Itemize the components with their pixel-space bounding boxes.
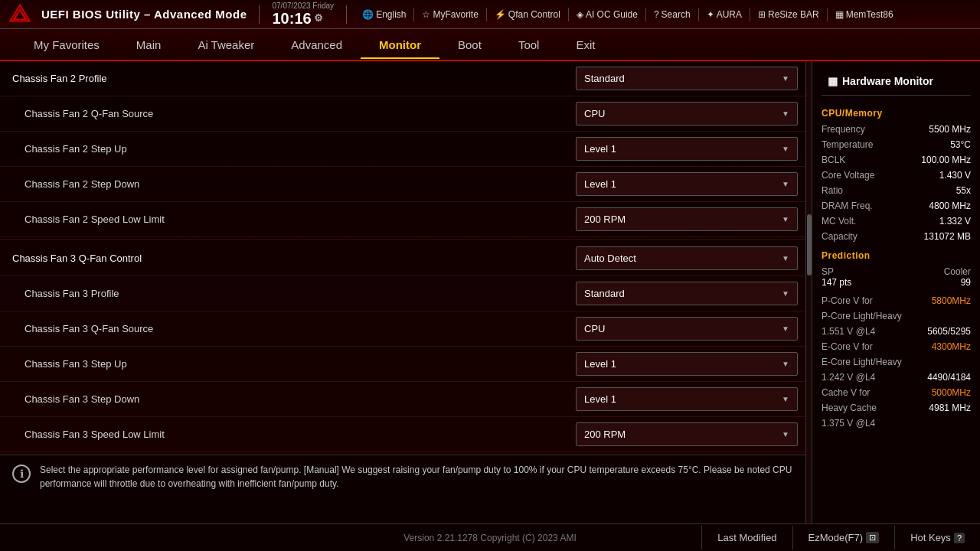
sidebar-row-sp-cooler: SP 147 pts Cooler 99 — [822, 264, 971, 290]
header: UEFI BIOS Utility – Advanced Mode 07/07/… — [0, 0, 980, 29]
ai-icon: ◈ — [577, 9, 583, 20]
label-chassis-fan2-step-up: Chassis Fan 2 Step Up — [0, 135, 568, 162]
row-chassis-fan2-step-up: Chassis Fan 2 Step Up Level 1 ▼ — [0, 132, 805, 167]
label-chassis-fan2-speed-low: Chassis Fan 2 Speed Low Limit — [0, 206, 568, 233]
sidebar-row-ecore-v-for: E-Core V for 4300MHz — [822, 339, 971, 354]
dropdown-chassis-fan2-speed-low[interactable]: 200 RPM ▼ — [576, 207, 798, 231]
label-chassis-fan3-step-up: Chassis Fan 3 Step Up — [0, 350, 568, 377]
tab-main[interactable]: Main — [118, 32, 180, 59]
label-chassis-fan2-step-down: Chassis Fan 2 Step Down — [0, 171, 568, 197]
control-chassis-fan3-qfan-control: Auto Detect ▼ — [568, 242, 805, 275]
tab-exit[interactable]: Exit — [557, 32, 613, 59]
sidebar-row-pcore-light: P-Core Light/Heavy — [822, 308, 971, 324]
ezmode-icon: ⊡ — [866, 532, 879, 543]
aura-icon: ✦ — [707, 9, 714, 20]
nav-resizebar[interactable]: ⊞ ReSize BAR — [755, 8, 822, 21]
sep2 — [486, 8, 487, 21]
label-chassis-fan2-profile: Chassis Fan 2 Profile — [0, 65, 568, 92]
sidebar-row-pcore-v-for: P-Core V for 5800MHz — [822, 293, 971, 308]
sidebar-row-cache-volt: 1.375 V @L4 — [822, 416, 971, 431]
scrollbar-thumb[interactable] — [807, 214, 812, 276]
divider-2 — [346, 5, 347, 24]
chevron-down-icon: ▼ — [782, 74, 789, 83]
footer-version: Version 2.21.1278 Copyright (C) 2023 AMI — [403, 533, 576, 543]
chevron-down-icon: ▼ — [782, 289, 789, 298]
control-chassis-fan2-speed-low: 200 RPM ▼ — [568, 203, 805, 236]
sidebar-title: ▦ Hardware Monitor — [822, 70, 971, 96]
nav-language[interactable]: 🌐 English — [359, 8, 409, 21]
star-icon: ☆ — [422, 9, 430, 20]
main-layout: Chassis Fan 2 Profile Standard ▼ Chassis… — [0, 61, 980, 523]
sidebar-row-frequency: Frequency 5500 MHz — [822, 122, 971, 137]
dropdown-chassis-fan3-qfan-source[interactable]: CPU ▼ — [576, 317, 798, 341]
label-chassis-fan3-speed-low: Chassis Fan 3 Speed Low Limit — [0, 421, 568, 448]
info-text: Select the appropriate performance level… — [40, 463, 793, 491]
gear-icon[interactable]: ⚙ — [314, 13, 323, 24]
sidebar-row-temperature: Temperature 53°C — [822, 137, 971, 152]
sep5 — [698, 8, 699, 21]
label-chassis-fan3-qfan-source: Chassis Fan 3 Q-Fan Source — [0, 315, 568, 342]
dropdown-chassis-fan3-speed-low[interactable]: 200 RPM ▼ — [576, 422, 798, 446]
chevron-down-icon: ▼ — [782, 360, 789, 368]
chevron-down-icon: ▼ — [782, 145, 789, 153]
sep3 — [568, 8, 569, 21]
nav-aioc[interactable]: ◈ AI OC Guide — [573, 8, 641, 21]
row-chassis-fan3-step-down: Chassis Fan 3 Step Down Level 1 ▼ — [0, 382, 805, 417]
section-divider — [0, 239, 805, 240]
dropdown-chassis-fan2-qfan-source[interactable]: CPU ▼ — [576, 102, 798, 126]
sep — [413, 8, 414, 21]
search-icon: ? — [654, 9, 659, 20]
tab-myfavorites[interactable]: My Favorites — [15, 32, 118, 59]
resize-icon: ⊞ — [758, 9, 766, 20]
row-chassis-fan2-speed-low: Chassis Fan 2 Speed Low Limit 200 RPM ▼ — [0, 202, 805, 237]
control-chassis-fan3-step-down: Level 1 ▼ — [568, 383, 805, 416]
row-chassis-fan2-qfan-source: Chassis Fan 2 Q-Fan Source CPU ▼ — [0, 96, 805, 132]
sidebar-section-prediction: Prediction — [822, 244, 971, 264]
dropdown-chassis-fan2-step-up[interactable]: Level 1 ▼ — [576, 137, 798, 161]
control-chassis-fan2-profile: Standard ▼ — [568, 62, 805, 95]
scrollbar-track[interactable] — [805, 61, 812, 523]
tab-advanced[interactable]: Advanced — [273, 32, 361, 59]
nav-search[interactable]: ? Search — [651, 8, 694, 21]
nav-memtest[interactable]: ▦ MemTest86 — [832, 8, 897, 21]
time-display: 10:16 ⚙ — [272, 10, 334, 27]
sidebar-section-cpu-memory: CPU/Memory — [822, 102, 971, 122]
control-chassis-fan3-profile: Standard ▼ — [568, 277, 805, 310]
tab-monitor[interactable]: Monitor — [361, 32, 439, 59]
control-chassis-fan2-step-up: Level 1 ▼ — [568, 132, 805, 165]
footer-ezmode[interactable]: EzMode(F7) ⊡ — [792, 526, 895, 549]
settings-list: Chassis Fan 2 Profile Standard ▼ Chassis… — [0, 61, 805, 455]
sidebar-row-heavy-cache: Heavy Cache 4981 MHz — [822, 400, 971, 416]
nav-qfan[interactable]: ⚡ Qfan Control — [492, 8, 564, 21]
row-chassis-fan3-profile: Chassis Fan 3 Profile Standard ▼ — [0, 276, 805, 311]
dropdown-chassis-fan3-qfan-control[interactable]: Auto Detect ▼ — [576, 246, 798, 270]
chevron-down-icon: ▼ — [782, 215, 789, 223]
sidebar-row-core-voltage: Core Voltage 1.430 V — [822, 168, 971, 183]
row-chassis-fan3-qfan-source: Chassis Fan 3 Q-Fan Source CPU ▼ — [0, 311, 805, 347]
sidebar-row-ratio: Ratio 55x — [822, 183, 971, 198]
tab-boot[interactable]: Boot — [439, 32, 500, 59]
info-box: ℹ Select the appropriate performance lev… — [0, 455, 805, 523]
control-chassis-fan3-speed-low: 200 RPM ▼ — [568, 418, 805, 451]
tab-aitweaker[interactable]: Ai Tweaker — [179, 32, 273, 59]
sidebar-row-ecore-light: E-Core Light/Heavy — [822, 354, 971, 370]
tab-tool[interactable]: Tool — [500, 32, 558, 59]
globe-icon: 🌐 — [362, 9, 374, 20]
dropdown-chassis-fan3-step-down[interactable]: Level 1 ▼ — [576, 387, 798, 411]
label-chassis-fan2-qfan-source: Chassis Fan 2 Q-Fan Source — [0, 100, 568, 127]
dropdown-chassis-fan3-step-up[interactable]: Level 1 ▼ — [576, 352, 798, 376]
label-chassis-fan3-step-down: Chassis Fan 3 Step Down — [0, 386, 568, 412]
footer-hotkeys[interactable]: Hot Keys ? — [894, 526, 980, 549]
date-display: 07/07/2023 Friday — [272, 2, 334, 10]
info-icon: ℹ — [12, 465, 31, 483]
sep6 — [750, 8, 750, 21]
dropdown-chassis-fan2-step-down[interactable]: Level 1 ▼ — [576, 172, 798, 196]
footer-last-modified[interactable]: Last Modified — [701, 526, 792, 549]
sidebar-row-ecore-vals: 1.242 V @L4 4490/4184 — [822, 370, 971, 385]
nav-myfavorite[interactable]: ☆ MyFavorite — [419, 8, 481, 21]
chevron-down-icon: ▼ — [782, 430, 789, 439]
dropdown-chassis-fan3-profile[interactable]: Standard ▼ — [576, 282, 798, 305]
row-chassis-fan2-profile: Chassis Fan 2 Profile Standard ▼ — [0, 61, 805, 96]
dropdown-chassis-fan2-profile[interactable]: Standard ▼ — [576, 67, 798, 90]
nav-aura[interactable]: ✦ AURA — [704, 8, 745, 21]
